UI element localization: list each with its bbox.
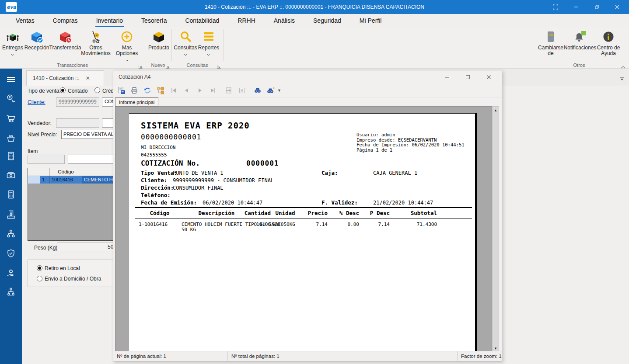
- dialog-launcher-icon[interactable]: [138, 63, 143, 68]
- fit-screen-icon[interactable]: [545, 0, 566, 14]
- print-icon[interactable]: [129, 86, 139, 95]
- item-label: Item: [28, 148, 38, 154]
- radio-contado[interactable]: [60, 87, 66, 93]
- cell-subtotal: 71.4300: [396, 222, 437, 227]
- menu-analisis[interactable]: Análisis: [265, 14, 304, 27]
- cart-icon[interactable]: [6, 113, 16, 123]
- nivel-precio-label: Nivel Precio:: [28, 132, 57, 138]
- group-label-consultas: Consultas: [171, 62, 223, 69]
- reportes-button[interactable]: Reportes: [197, 28, 220, 54]
- invoice-money-icon[interactable]: [6, 209, 16, 220]
- cliente-link[interactable]: Cliente:: [28, 99, 45, 105]
- menu-ventas[interactable]: Ventas: [7, 14, 44, 27]
- radio-retiro-local-label: Retiro en Local: [45, 265, 80, 271]
- mas-opciones-button[interactable]: Mas Opciones: [111, 28, 143, 59]
- preview-maximize-button[interactable]: [457, 70, 478, 83]
- vertical-scrollbar[interactable]: ▲ ▼: [492, 106, 499, 352]
- minimize-button[interactable]: [566, 0, 586, 14]
- export-icon[interactable]: [116, 86, 126, 95]
- goto-page-icon[interactable]: [224, 86, 234, 95]
- peso-input[interactable]: 500: [57, 243, 113, 252]
- window-title: 1410 - Cotización ::. - EVA ERP ::. 0000…: [0, 0, 629, 14]
- shield-check-icon[interactable]: [6, 248, 16, 259]
- group-tree-icon[interactable]: [156, 86, 165, 95]
- items-grid[interactable]: Código 1 10016416 CEMENTO HOLCIM FUERTE …: [28, 168, 113, 241]
- refresh-icon[interactable]: [143, 86, 152, 95]
- cliente-name-input[interactable]: CONSUMIDOR FINAL: [102, 97, 113, 107]
- tab-cotizacion[interactable]: 1410 - Cotización ::. ✕: [26, 70, 104, 86]
- menu-compras[interactable]: Compras: [44, 14, 87, 27]
- radio-retiro-local[interactable]: [37, 265, 42, 271]
- report-preview-window: Cotización A4: [113, 70, 502, 361]
- vendedor-input[interactable]: [56, 118, 99, 128]
- maximize-button[interactable]: [586, 0, 607, 14]
- menu-inventario[interactable]: Inventario: [87, 14, 132, 27]
- peso-label: Peso (Kg):: [34, 245, 59, 251]
- chevron-down-icon: [11, 51, 14, 54]
- report-viewport[interactable]: SISTEMA EVA ERP 2020 0000000000001 MI DI…: [115, 106, 492, 352]
- collapse-ribbon-icon[interactable]: [621, 63, 626, 68]
- producto-button[interactable]: Producto: [147, 28, 171, 51]
- close-view-icon[interactable]: [237, 86, 247, 95]
- cash-icon[interactable]: [6, 170, 16, 180]
- org-chart-icon[interactable]: [6, 229, 16, 239]
- dialog-launcher-icon[interactable]: [165, 63, 170, 68]
- calculator-alt-icon[interactable]: [6, 189, 16, 200]
- switch-company-icon: [544, 28, 558, 44]
- entregas-button[interactable]: Entregas: [0, 28, 25, 54]
- zoom-dropdown-icon[interactable]: ▼: [277, 88, 282, 93]
- menu-rrhh[interactable]: RRHH: [228, 14, 264, 27]
- sales-icon[interactable]: [6, 94, 16, 104]
- preview-window-controls: [436, 70, 499, 83]
- report-phone: 042555555: [141, 152, 167, 158]
- vendedor-name-input[interactable]: [102, 118, 113, 128]
- org-chart-alt-icon[interactable]: [6, 287, 16, 297]
- preview-minimize-button[interactable]: [436, 70, 457, 83]
- tab-informe-principal[interactable]: Informe principal: [115, 97, 158, 107]
- report-page: SISTEMA EVA ERP 2020 0000000000001 MI DI…: [129, 113, 477, 352]
- zoom-icon[interactable]: [266, 86, 276, 95]
- last-page-icon[interactable]: [208, 86, 218, 95]
- tab-list-dropdown-icon[interactable]: [619, 75, 625, 79]
- grid-row-selected[interactable]: 1 10016416 CEMENTO HOLCIM FUERTE TIPO GU…: [28, 176, 113, 184]
- notificaciones-button[interactable]: Notificaciones: [563, 28, 597, 51]
- services-gear-hand-icon[interactable]: [6, 267, 16, 278]
- tipo-venta-label: Tipo de venta:: [28, 88, 61, 94]
- radio-credito[interactable]: [94, 87, 100, 93]
- scroll-up-icon[interactable]: ▲: [493, 107, 499, 114]
- close-button[interactable]: [607, 0, 627, 14]
- calculator-icon[interactable]: [6, 151, 16, 161]
- cliente-code-input[interactable]: 9999999999999: [56, 97, 99, 107]
- prev-page-icon[interactable]: [182, 86, 192, 95]
- menu-miperfil[interactable]: Mi Perfil: [350, 14, 391, 27]
- cambiarse-de-button[interactable]: Cambiarse de: [537, 28, 564, 56]
- tab-close-icon[interactable]: ✕: [86, 75, 90, 81]
- transferencia-button[interactable]: Transferencia: [49, 28, 81, 51]
- centro-ayuda-button[interactable]: Centro de Ayuda: [595, 28, 622, 56]
- nivel-precio-select[interactable]: PRECIO DE VENTA AL PU: [61, 130, 113, 139]
- consultas-button[interactable]: Consultas: [173, 28, 198, 54]
- menu-icon[interactable]: [6, 74, 16, 85]
- tab-title: 1410 - Cotización ::.: [33, 75, 80, 81]
- vendedor-label: Vendedor:: [28, 120, 52, 126]
- find-icon[interactable]: [253, 86, 262, 95]
- menu-tesoreria[interactable]: Tesorería: [132, 14, 176, 27]
- ribbon: Entregas Recepción Transferencia: [0, 27, 629, 69]
- next-page-icon[interactable]: [195, 86, 205, 95]
- first-page-icon[interactable]: [169, 86, 178, 95]
- radio-envio-domicilio[interactable]: [37, 276, 42, 281]
- delivery-box-people-icon: [6, 28, 20, 44]
- preview-close-button[interactable]: [478, 70, 499, 83]
- report-doc-number: 0000001: [246, 159, 279, 167]
- dialog-launcher-icon[interactable]: [217, 63, 221, 68]
- search-icon: [178, 28, 192, 44]
- menu-seguridad[interactable]: Seguridad: [304, 14, 350, 27]
- item-search-input[interactable]: [68, 155, 113, 164]
- item-code-input[interactable]: [28, 155, 65, 164]
- field-cliente: 9999999999999 - CONSUMIDOR FINAL: [173, 177, 274, 184]
- recepcion-button[interactable]: Recepción: [23, 28, 51, 51]
- menu-contabilidad[interactable]: Contabilidad: [176, 14, 228, 27]
- entrega-groupbox: Retiro en Local Envío a Domicilio / Obra: [28, 260, 113, 287]
- otros-movimientos-button[interactable]: Otros Movimientos: [80, 28, 111, 56]
- basket-icon[interactable]: [6, 133, 16, 143]
